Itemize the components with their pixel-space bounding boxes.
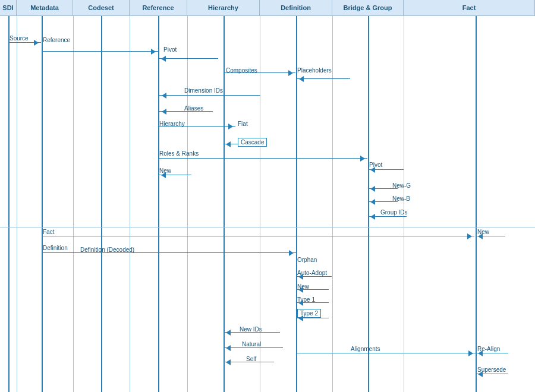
definition-label: Definition <box>43 245 68 251</box>
fact-label: Fact <box>43 229 54 235</box>
supersede-arrow <box>476 374 508 374</box>
reference-line <box>158 16 159 392</box>
header-bridge-group: Bridge & Group <box>332 0 404 15</box>
alignments-label: Alignments <box>351 346 380 352</box>
reference-label: Reference <box>43 37 70 43</box>
fact-line <box>476 16 477 392</box>
source-to-reference-arrow <box>8 42 41 43</box>
definition-decoded-label: Definition (Decoded) <box>80 246 134 253</box>
header-metadata: Metadata <box>17 0 73 15</box>
header-definition: Definition <box>260 0 332 15</box>
header-codeset: Codeset <box>73 0 130 15</box>
metadata-line <box>42 16 43 392</box>
reference-to-pivot-arrow <box>42 51 158 52</box>
natural-label: Natural <box>242 341 261 347</box>
source-label: Source <box>10 35 29 42</box>
placeholders-back-arrow <box>297 78 350 79</box>
roles-ranks-label: Roles & Ranks <box>159 150 199 157</box>
roles-ranks-arrow <box>158 158 367 159</box>
fact-arrow <box>42 236 474 236</box>
group-ids-label: Group IDs <box>380 209 408 216</box>
sdi-line <box>8 16 10 392</box>
codeset-line <box>101 16 102 392</box>
placeholders-label: Placeholders <box>297 67 332 74</box>
new1-back-arrow <box>159 175 191 175</box>
fact-divider <box>0 227 535 227</box>
header-sdi: SDI <box>0 0 17 15</box>
composites-label: Composites <box>226 67 257 74</box>
dimension-ids-arrow <box>159 95 260 96</box>
auto-adopt-arrow <box>296 276 332 277</box>
fiat-label: Fiat <box>238 121 248 127</box>
new2-back-arrow <box>476 236 505 236</box>
type1-arrow <box>296 302 329 303</box>
cascade-box: Cascade <box>238 138 267 147</box>
re-align-arrow <box>476 353 508 353</box>
self-arrow <box>224 362 274 362</box>
header-fact: Fact <box>404 0 535 15</box>
orphan-label: Orphan <box>297 257 317 263</box>
hierarchy-label: Hierarchy <box>159 121 185 127</box>
pivot1-label: Pivot <box>163 46 177 53</box>
header-reference: Reference <box>130 0 187 15</box>
new-b-arrow <box>368 201 398 202</box>
new-g-arrow <box>368 188 398 189</box>
natural-arrow <box>224 347 283 348</box>
pivot2-back-arrow <box>368 169 404 170</box>
aliases-arrow <box>159 111 213 112</box>
header-bar: SDI Metadata Codeset Reference Hierarchy… <box>0 0 535 16</box>
pivot-back-arrow <box>159 58 218 59</box>
alignments-arrow <box>296 353 476 353</box>
group-ids-arrow <box>368 216 407 217</box>
header-hierarchy: Hierarchy <box>187 0 260 15</box>
new-ids-arrow <box>224 332 280 333</box>
cascade-back-arrow <box>224 144 238 144</box>
type2-back-arrow <box>296 318 329 318</box>
new3-back-arrow <box>296 289 329 290</box>
diagram-area: Source Reference Pivot Composites Placeh… <box>0 16 535 392</box>
dimension-ids-label: Dimension IDs <box>184 87 223 94</box>
